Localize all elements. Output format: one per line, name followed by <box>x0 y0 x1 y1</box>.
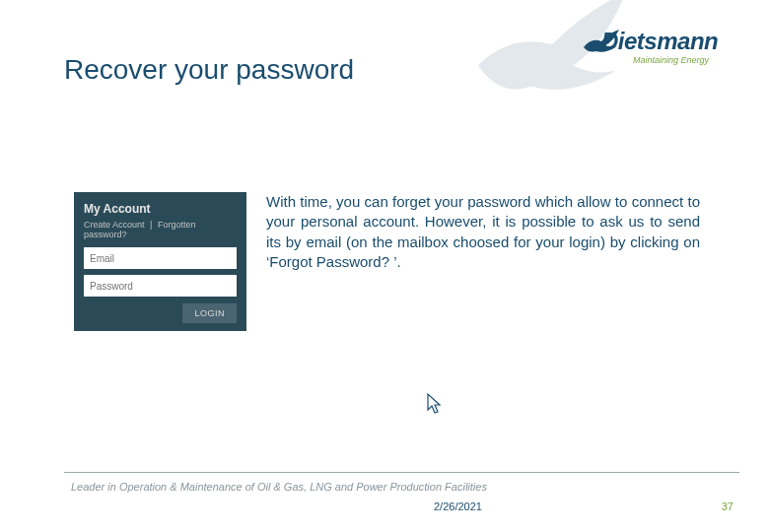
create-account-link[interactable]: Create Account <box>84 220 145 230</box>
email-field[interactable] <box>84 247 237 269</box>
panel-heading: My Account <box>84 202 237 216</box>
footer-divider <box>64 472 739 473</box>
my-account-panel: My Account Create Account | Forgotten pa… <box>74 192 246 331</box>
page-number: 37 <box>722 500 734 512</box>
instruction-text: With time, you can forget your password … <box>266 192 700 272</box>
footer-tagline: Leader in Operation & Maintenance of Oil… <box>71 481 487 493</box>
panel-links: Create Account | Forgotten password? <box>84 220 237 239</box>
footer-date: 2/26/2021 <box>434 500 482 512</box>
brand-name: Dietsmann <box>601 28 718 55</box>
password-field[interactable] <box>84 275 237 297</box>
link-separator: | <box>150 220 152 230</box>
login-button[interactable]: LOGIN <box>182 303 237 323</box>
brand-logo: Dietsmann Maintaining Energy <box>582 28 739 87</box>
cursor-icon <box>426 392 444 416</box>
page-title: Recover your password <box>64 54 354 86</box>
brand-tagline: Maintaining Energy <box>633 55 709 65</box>
